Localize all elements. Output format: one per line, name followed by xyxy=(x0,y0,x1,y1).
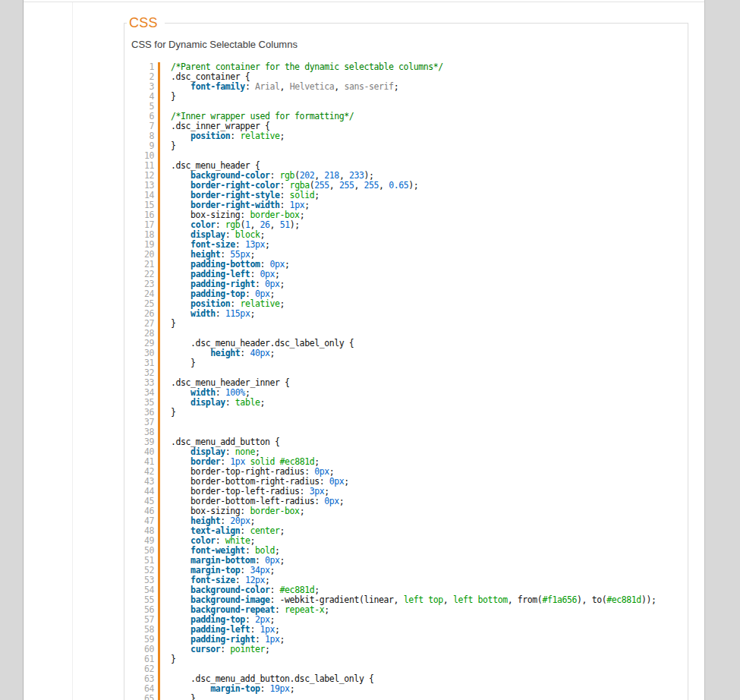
code-line: 8 position: relative; xyxy=(131,131,682,141)
code-text: } xyxy=(160,141,176,151)
code-text xyxy=(160,151,171,161)
code-line: 26 width: 115px; xyxy=(131,309,682,319)
code-line: 31 } xyxy=(131,358,682,368)
code-line: 35 display: table; xyxy=(131,398,682,408)
page-left-margin xyxy=(0,0,24,700)
code-text: } xyxy=(160,654,176,664)
code-text xyxy=(160,427,171,437)
code-text xyxy=(160,368,171,378)
code-line: 36} xyxy=(131,408,682,418)
code-text: } xyxy=(160,92,176,102)
code-line: 60 cursor: pointer; xyxy=(131,645,682,654)
code-line: 27} xyxy=(131,319,682,329)
code-line: 9} xyxy=(131,141,682,151)
code-text: } xyxy=(160,408,176,418)
code-text: } xyxy=(160,358,196,368)
code-block: 1/*Parent container for the dynamic sele… xyxy=(131,62,682,700)
code-text: } xyxy=(160,319,176,329)
code-text xyxy=(160,664,171,674)
code-line: 3 font-family: Arial, Helvetica, sans-se… xyxy=(131,82,682,92)
line-number: 65 xyxy=(131,694,154,700)
code-text xyxy=(160,418,171,427)
code-text: position: relative; xyxy=(160,131,285,141)
code-text xyxy=(160,102,171,112)
code-line: 37 xyxy=(131,418,682,427)
top-divider xyxy=(24,2,704,2)
page-right-margin xyxy=(704,0,740,700)
code-text xyxy=(160,329,171,339)
code-text: display: table; xyxy=(160,398,265,408)
section-subtitle: CSS for Dynamic Selectable Columns xyxy=(131,39,298,50)
code-line: 30 height: 40px; xyxy=(131,348,682,358)
code-line: 4} xyxy=(131,92,682,102)
code-text: font-family: Arial, Helvetica, sans-seri… xyxy=(160,82,398,92)
code-line: 64 margin-top: 19px; xyxy=(131,684,682,694)
sidebar-divider xyxy=(72,2,73,700)
code-line: 61} xyxy=(131,654,682,664)
code-line: 65 } xyxy=(131,694,682,700)
code-text: cursor: pointer; xyxy=(160,645,270,654)
page-title: CSS xyxy=(127,15,165,30)
code-text: } xyxy=(160,694,196,700)
